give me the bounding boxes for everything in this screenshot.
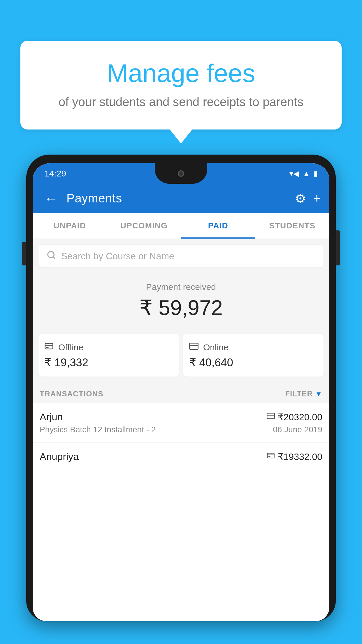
- notch: [155, 163, 207, 184]
- tabs-container: UNPAID UPCOMING PAID STUDENTS: [33, 213, 329, 239]
- battery-icon: ▮: [314, 169, 318, 178]
- tab-unpaid[interactable]: UNPAID: [33, 213, 107, 239]
- amount-row: ₹20320.00: [267, 412, 322, 423]
- payment-received-label: Payment received: [38, 282, 324, 292]
- speech-bubble-container: Manage fees of your students and send re…: [20, 41, 342, 130]
- back-button[interactable]: ←: [41, 188, 61, 209]
- transactions-list: Arjun ₹20320.00: [33, 403, 329, 473]
- transactions-header: TRANSACTIONS FILTER ▼: [33, 384, 329, 403]
- transaction-date: 06 June 2019: [273, 425, 322, 434]
- offline-amount: ₹ 19,332: [44, 356, 173, 369]
- tab-students[interactable]: STUDENTS: [255, 213, 330, 239]
- phone-outer: 14:29 ▾◀ ▲ ▮ ← Payments ⚙ +: [26, 155, 336, 621]
- phone-inner: 14:29 ▾◀ ▲ ▮ ← Payments ⚙ +: [33, 163, 329, 621]
- student-name: Anupriya: [40, 451, 79, 462]
- offline-pay-icon: [267, 452, 275, 462]
- payment-modes: Offline ₹ 19,332 Online: [38, 334, 324, 377]
- online-amount: ₹ 40,640: [189, 356, 318, 369]
- speech-bubble: Manage fees of your students and send re…: [20, 41, 342, 130]
- payment-summary: Payment received ₹ 59,972: [33, 273, 329, 334]
- content-area: Search by Course or Name Payment receive…: [33, 239, 329, 473]
- card-icon: [267, 412, 275, 422]
- tab-upcoming[interactable]: UPCOMING: [107, 213, 181, 239]
- transaction-amount: ₹19332.00: [278, 451, 322, 462]
- search-placeholder: Search by Course or Name: [61, 251, 174, 262]
- transaction-item[interactable]: Arjun ₹20320.00: [33, 403, 329, 443]
- status-bar: 14:29 ▾◀ ▲ ▮: [33, 163, 329, 184]
- plus-icon[interactable]: +: [313, 191, 321, 206]
- speech-bubble-title: Manage fees: [44, 58, 318, 88]
- amount-row: ₹19332.00: [267, 451, 322, 462]
- transaction-item[interactable]: Anupriya ₹19332.00: [33, 443, 329, 473]
- online-icon: [189, 342, 198, 353]
- filter-button[interactable]: FILTER ▼: [285, 389, 322, 398]
- offline-icon: [44, 342, 54, 353]
- transactions-label: TRANSACTIONS: [40, 389, 103, 398]
- offline-label: Offline: [58, 342, 83, 352]
- svg-rect-9: [267, 453, 274, 458]
- search-icon: [47, 250, 56, 262]
- wifi-icon: ▾◀: [289, 169, 299, 178]
- app-bar: ← Payments ⚙ +: [33, 184, 329, 213]
- payment-total-amount: ₹ 59,972: [38, 295, 324, 320]
- status-icons: ▾◀ ▲ ▮: [289, 169, 318, 178]
- svg-rect-7: [267, 413, 275, 419]
- svg-rect-2: [45, 344, 53, 349]
- status-time: 14:29: [44, 169, 66, 178]
- svg-line-1: [53, 257, 55, 258]
- speech-bubble-subtitle: of your students and send receipts to pa…: [44, 95, 318, 109]
- student-name: Arjun: [40, 411, 63, 423]
- course-info: Physics Batch 12 Installment - 2: [40, 425, 156, 434]
- tab-paid[interactable]: PAID: [181, 213, 255, 239]
- online-label: Online: [203, 342, 229, 352]
- app-bar-title: Payments: [66, 191, 289, 205]
- search-bar[interactable]: Search by Course or Name: [38, 245, 324, 267]
- app-bar-icons: ⚙ +: [295, 191, 321, 206]
- transaction-amount: ₹20320.00: [278, 412, 322, 423]
- online-payment-card: Online ₹ 40,640: [183, 334, 324, 377]
- filter-icon: ▼: [315, 390, 322, 398]
- gear-icon[interactable]: ⚙: [295, 191, 306, 206]
- svg-rect-5: [189, 343, 198, 349]
- phone-container: 14:29 ▾◀ ▲ ▮ ← Payments ⚙ +: [26, 155, 336, 644]
- signal-icon: ▲: [303, 169, 310, 178]
- camera-dot: [178, 170, 184, 177]
- offline-payment-card: Offline ₹ 19,332: [38, 334, 179, 377]
